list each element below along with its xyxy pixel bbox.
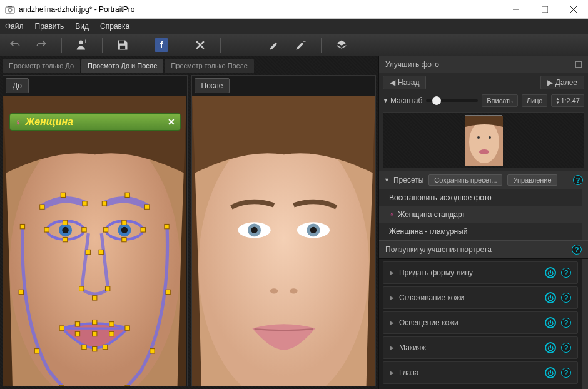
menu-help[interactable]: Справка [100,22,129,31]
sliders-section-header: Ползунки улучшения портрета ? [379,240,588,259]
facebook-icon[interactable]: f [155,38,168,52]
svg-rect-27 [102,201,106,206]
help-icon[interactable]: ? [573,175,583,185]
tab-after-only[interactable]: Просмотр только После [165,59,253,73]
svg-point-74 [469,121,499,163]
preset-item[interactable]: ♀Женщина стандарт [379,206,582,223]
svg-rect-24 [40,205,44,209]
svg-point-1 [8,8,12,12]
after-photo[interactable] [192,96,376,386]
slider-group-row[interactable]: ▶ Сглаживание кожи ⏻ ? [383,286,578,309]
slider-group-row[interactable]: ▶ Освещение кожи ⏻ ? [383,311,578,334]
svg-rect-41 [93,296,97,300]
expand-icon: ▶ [390,370,394,376]
slider-group-row[interactable]: ▶ Глаза ⏻ ? [383,361,578,384]
next-button[interactable]: ▶Далее [540,76,584,89]
preset-item[interactable]: Восстановить исходное фото [379,189,582,206]
slider-group-row[interactable]: ▶ Придать форму лицу ⏻ ? [383,261,578,284]
before-view: До [3,75,188,386]
menu-edit[interactable]: Править [35,22,64,31]
brush-plus-icon[interactable]: + [266,36,283,54]
help-icon[interactable]: ? [561,318,571,328]
redo-icon[interactable] [33,36,50,54]
svg-text:+: + [276,39,280,44]
svg-point-70 [310,227,316,233]
svg-rect-57 [166,290,170,294]
sliders-scrollbar[interactable] [582,259,588,389]
preset-item[interactable]: Женщина - гламурный [379,223,582,240]
power-icon[interactable]: ⏻ [545,267,556,278]
power-icon[interactable]: ⏻ [545,367,556,378]
svg-rect-44 [75,322,79,326]
scale-ratio[interactable]: ▲▼1:2.47 [551,94,584,107]
minimize-button[interactable] [502,0,530,19]
maximize-button[interactable] [530,0,559,19]
face-button[interactable]: Лицо [522,94,548,107]
help-icon[interactable]: ? [561,368,571,378]
menu-file[interactable]: Файл [5,22,24,31]
save-preset-button[interactable]: Сохранить пресет... [428,174,502,186]
power-icon[interactable]: ⏻ [545,342,556,353]
svg-point-77 [479,149,489,154]
svg-point-7 [79,41,83,45]
power-icon[interactable]: ⏻ [545,317,556,328]
help-icon[interactable]: ? [572,245,582,255]
svg-rect-32 [63,237,67,241]
svg-rect-55 [165,224,169,228]
cancel-icon[interactable] [191,36,209,54]
toolbar: + f + − [0,34,588,56]
svg-point-19 [62,227,68,233]
gender-tag[interactable]: ♀ Женщина ✕ [9,113,181,131]
tab-before-only[interactable]: Просмотр только До [3,59,80,73]
svg-rect-38 [86,250,90,254]
undo-icon[interactable] [6,36,24,54]
gender-close-icon[interactable]: ✕ [168,117,175,127]
svg-rect-51 [82,345,86,349]
manage-preset-button[interactable]: Управление [507,174,557,186]
svg-point-71 [270,288,278,293]
save-icon[interactable] [114,36,131,54]
menu-bar: Файл Править Вид Справка [0,19,588,34]
svg-rect-2 [8,6,12,7]
svg-rect-9 [119,41,124,44]
thumbnail-strip[interactable] [383,112,584,168]
menu-view[interactable]: Вид [75,22,89,31]
svg-rect-40 [79,286,84,291]
face-before-illustration [3,96,186,386]
right-panel: Улучшить фото ◀Назад ▶Далее ▼Масштаб Впи… [378,56,588,389]
svg-rect-36 [122,237,126,241]
layers-icon[interactable] [333,36,350,54]
expand-icon: ▶ [390,270,394,276]
svg-rect-26 [83,201,87,206]
scale-label[interactable]: ▼Масштаб [383,96,422,105]
close-button[interactable] [559,0,588,19]
slider-group-row[interactable]: ▶ Макияж ⏻ ? [383,336,578,359]
back-button[interactable]: ◀Назад [383,76,426,89]
tab-before-after[interactable]: Просмотр До и После [81,59,163,73]
face-thumbnail[interactable] [465,115,502,165]
help-icon[interactable]: ? [561,343,571,353]
fit-button[interactable]: Вписать [482,94,518,107]
svg-rect-56 [19,290,23,294]
presets-header[interactable]: ▼ Пресеты Сохранить пресет... Управление… [379,171,588,189]
svg-point-67 [251,227,257,233]
svg-rect-49 [93,331,97,336]
panel-expand-icon[interactable] [575,61,582,68]
panel-title-bar: Улучшить фото [379,56,588,73]
preset-scrollbar[interactable] [582,189,588,240]
svg-text:−: − [303,39,306,44]
after-label: После [195,78,230,93]
presets-list: Восстановить исходное фото ♀Женщина стан… [379,189,588,240]
svg-text:+: + [84,39,87,44]
scale-slider[interactable] [426,99,478,102]
power-icon[interactable]: ⏻ [545,292,556,303]
svg-rect-43 [59,326,64,330]
slider-thumb[interactable] [432,96,441,105]
add-person-icon[interactable]: + [73,36,91,54]
brush-minus-icon[interactable]: − [292,36,310,54]
svg-rect-45 [93,320,97,324]
help-icon[interactable]: ? [561,268,571,278]
before-photo[interactable]: ♀ Женщина ✕ [3,96,187,386]
help-icon[interactable]: ? [561,293,571,303]
svg-rect-60 [59,385,64,386]
